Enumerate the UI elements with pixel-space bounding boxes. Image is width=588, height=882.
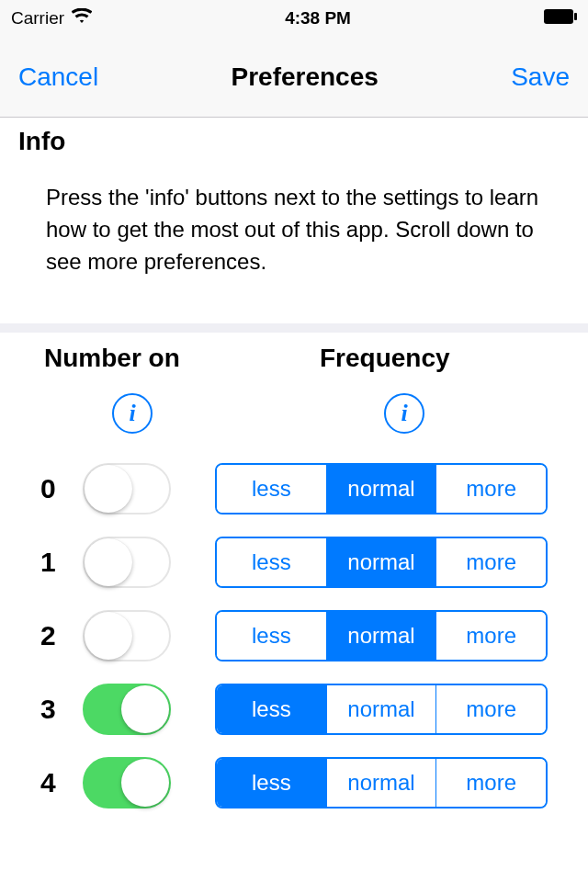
row-number-label: 3 — [40, 694, 66, 725]
info-icons-row: i i — [0, 384, 588, 452]
nav-bar: Cancel Preferences Save — [0, 37, 588, 118]
status-bar: Carrier 4:38 PM — [0, 0, 588, 37]
segment-more[interactable]: more — [436, 612, 546, 660]
number-on-toggle[interactable] — [83, 463, 171, 514]
segment-normal[interactable]: normal — [327, 465, 437, 513]
toggle-knob — [85, 465, 132, 513]
segment-less[interactable]: less — [217, 538, 327, 586]
column-header-frequency: Frequency — [320, 344, 544, 373]
segment-more[interactable]: more — [436, 465, 546, 513]
toggle-knob — [85, 538, 132, 586]
segment-more[interactable]: more — [436, 538, 546, 586]
pref-row: 1lessnormalmore — [0, 526, 588, 599]
segment-less[interactable]: less — [217, 759, 327, 807]
row-number-label: 0 — [40, 473, 66, 504]
number-on-toggle[interactable] — [83, 537, 171, 588]
section-spacer — [0, 323, 588, 333]
segment-normal[interactable]: normal — [327, 685, 437, 733]
column-header-number-on: Number on — [44, 344, 320, 373]
frequency-segmented-control[interactable]: lessnormalmore — [215, 463, 548, 514]
row-number-label: 2 — [40, 620, 66, 651]
number-on-toggle[interactable] — [83, 757, 171, 808]
toggle-knob — [121, 759, 169, 807]
frequency-segmented-control[interactable]: lessnormalmore — [215, 610, 548, 662]
segment-normal[interactable]: normal — [327, 759, 437, 807]
preferences-rows: 0lessnormalmore1lessnormalmore2lessnorma… — [0, 452, 588, 820]
info-icon-number-on[interactable]: i — [112, 393, 153, 434]
info-section-header: Info — [0, 118, 588, 164]
wifi-icon — [72, 8, 92, 29]
number-on-toggle[interactable] — [83, 684, 171, 735]
svg-rect-0 — [544, 9, 573, 24]
toggle-knob — [121, 685, 169, 733]
page-title: Preferences — [232, 62, 379, 92]
segment-less[interactable]: less — [217, 685, 327, 733]
segment-normal[interactable]: normal — [327, 538, 437, 586]
status-time: 4:38 PM — [285, 8, 351, 28]
battery-icon — [544, 8, 577, 28]
segment-more[interactable]: more — [436, 759, 546, 807]
svg-rect-1 — [574, 13, 577, 20]
segment-less[interactable]: less — [217, 465, 327, 513]
frequency-segmented-control[interactable]: lessnormalmore — [215, 684, 548, 735]
info-description: Press the 'info' buttons next to the set… — [0, 164, 588, 323]
cancel-button[interactable]: Cancel — [18, 62, 98, 92]
save-button[interactable]: Save — [511, 62, 570, 92]
number-on-toggle[interactable] — [83, 610, 171, 662]
segment-normal[interactable]: normal — [327, 612, 437, 660]
frequency-segmented-control[interactable]: lessnormalmore — [215, 757, 548, 808]
carrier-label: Carrier — [11, 8, 64, 28]
pref-row: 2lessnormalmore — [0, 599, 588, 673]
segment-less[interactable]: less — [217, 612, 327, 660]
pref-row: 0lessnormalmore — [0, 452, 588, 526]
row-number-label: 4 — [40, 767, 66, 798]
columns-header: Number on Frequency — [0, 333, 588, 384]
pref-row: 4lessnormalmore — [0, 746, 588, 820]
pref-row: 3lessnormalmore — [0, 673, 588, 746]
toggle-knob — [85, 612, 132, 660]
row-number-label: 1 — [40, 547, 66, 578]
segment-more[interactable]: more — [436, 685, 546, 733]
info-icon-frequency[interactable]: i — [384, 393, 424, 434]
frequency-segmented-control[interactable]: lessnormalmore — [215, 537, 548, 588]
